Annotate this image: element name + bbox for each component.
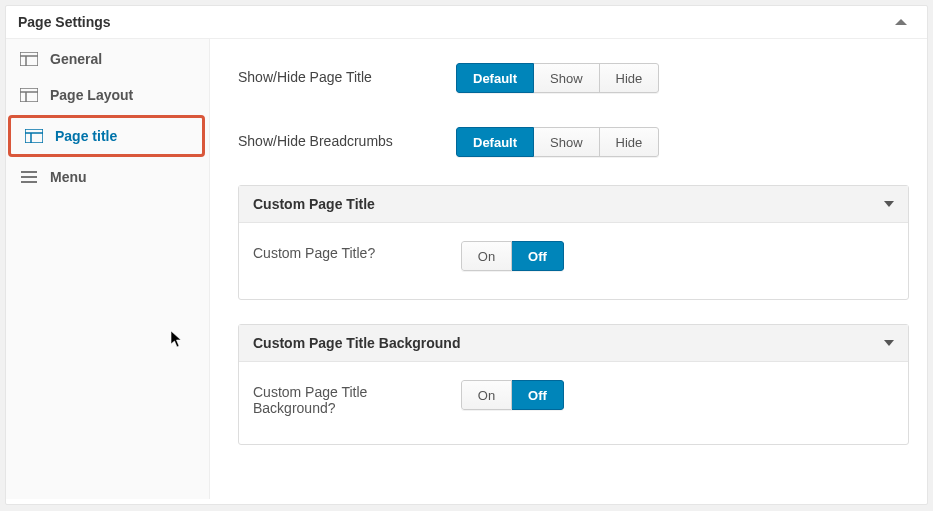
option-on[interactable]: On (461, 380, 512, 410)
chevron-down-icon (884, 340, 894, 346)
accordion-header[interactable]: Custom Page Title Background (239, 325, 908, 362)
layout-icon (25, 129, 43, 143)
option-off[interactable]: Off (512, 380, 564, 410)
sidebar-item-label: Page title (55, 128, 117, 144)
panel-body: General Page Layout Page title (6, 39, 927, 499)
row-label: Custom Page Title Background? (253, 380, 413, 416)
seg-show-hide-page-title: Default Show Hide (456, 63, 659, 93)
sidebar-item-label: Menu (50, 169, 87, 185)
svg-rect-3 (20, 88, 38, 102)
option-show[interactable]: Show (534, 63, 600, 93)
row-label: Custom Page Title? (253, 241, 457, 261)
option-default[interactable]: Default (456, 63, 534, 93)
sidebar-item-menu[interactable]: Menu (6, 159, 209, 195)
option-show[interactable]: Show (534, 127, 600, 157)
sidebar-highlight: Page title (8, 115, 205, 157)
accordion-custom-page-title-background: Custom Page Title Background Custom Page… (238, 324, 909, 445)
accordion-body: Custom Page Title? On Off (239, 223, 908, 299)
row-show-hide-breadcrumbs: Show/Hide Breadcrumbs Default Show Hide (238, 121, 909, 185)
panel-title: Page Settings (18, 14, 111, 30)
sidebar-item-page-layout[interactable]: Page Layout (6, 77, 209, 113)
option-hide[interactable]: Hide (600, 63, 660, 93)
option-default[interactable]: Default (456, 127, 534, 157)
svg-rect-0 (20, 52, 38, 66)
accordion-title: Custom Page Title (253, 196, 375, 212)
option-on[interactable]: On (461, 241, 512, 271)
sidebar-item-general[interactable]: General (6, 41, 209, 77)
content-area: Show/Hide Page Title Default Show Hide S… (210, 39, 927, 499)
row-show-hide-page-title: Show/Hide Page Title Default Show Hide (238, 57, 909, 121)
seg-show-hide-breadcrumbs: Default Show Hide (456, 127, 659, 157)
chevron-down-icon (884, 201, 894, 207)
panel-header[interactable]: Page Settings (6, 6, 927, 39)
accordion-title: Custom Page Title Background (253, 335, 460, 351)
menu-icon (20, 170, 38, 184)
sidebar-item-page-title[interactable]: Page title (11, 118, 202, 154)
accordion-header[interactable]: Custom Page Title (239, 186, 908, 223)
layout-icon (20, 88, 38, 102)
seg-custom-page-title-bg: On Off (461, 380, 564, 410)
accordion-body: Custom Page Title Background? On Off (239, 362, 908, 444)
collapse-icon (895, 19, 907, 25)
page-settings-panel: Page Settings General Page Layout (5, 5, 928, 505)
option-off[interactable]: Off (512, 241, 564, 271)
sidebar: General Page Layout Page title (6, 39, 210, 499)
option-hide[interactable]: Hide (600, 127, 660, 157)
accordion-custom-page-title: Custom Page Title Custom Page Title? On … (238, 185, 909, 300)
seg-custom-page-title: On Off (461, 241, 564, 271)
svg-rect-6 (25, 129, 43, 143)
row-label: Show/Hide Breadcrumbs (238, 127, 456, 149)
sidebar-item-label: Page Layout (50, 87, 133, 103)
sidebar-item-label: General (50, 51, 102, 67)
row-label: Show/Hide Page Title (238, 63, 456, 85)
layout-icon (20, 52, 38, 66)
